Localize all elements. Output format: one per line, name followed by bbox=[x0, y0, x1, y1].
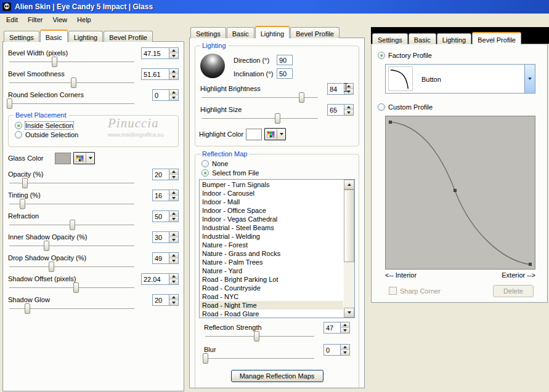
tab-settings[interactable]: Settings bbox=[190, 27, 226, 38]
spin-up-button[interactable] bbox=[341, 322, 349, 328]
drop-shadow-opacity-value[interactable]: 49 bbox=[152, 252, 169, 264]
slider-thumb[interactable] bbox=[22, 178, 28, 188]
inner-shadow-opacity-slider[interactable] bbox=[8, 241, 136, 252]
round-selection-corners-slider[interactable] bbox=[8, 98, 136, 110]
reflection-list-item[interactable]: Industrial - Steel Beams bbox=[200, 223, 343, 232]
reflection-strength-spinner[interactable]: 47 bbox=[323, 322, 350, 334]
bevel-smoothness-value[interactable]: 51.61 bbox=[141, 68, 169, 80]
shadow-offset-spinner[interactable]: 22.04 bbox=[141, 273, 179, 285]
highlight-brightness-value[interactable]: 84 bbox=[327, 83, 344, 95]
glass-color-swatch[interactable] bbox=[55, 153, 71, 164]
spin-up-button[interactable] bbox=[341, 345, 349, 350]
tab-bevel-profile[interactable]: Bevel Profile bbox=[104, 31, 153, 42]
menu-view[interactable]: View bbox=[47, 14, 72, 25]
highlight-size-spinner[interactable]: 65 bbox=[327, 104, 354, 116]
tinting-value[interactable]: 16 bbox=[152, 190, 169, 201]
spin-up-button[interactable] bbox=[169, 169, 178, 175]
highlight-size-value[interactable]: 65 bbox=[327, 104, 344, 116]
reflection-list-item[interactable]: Indoor - Carousel bbox=[200, 189, 343, 198]
slider-thumb[interactable] bbox=[44, 241, 49, 251]
radio-factory-profile[interactable]: Factory Profile bbox=[378, 52, 547, 59]
opacity-spinner[interactable]: 20 bbox=[152, 169, 179, 180]
spin-down-button[interactable] bbox=[169, 74, 178, 79]
slider-thumb[interactable] bbox=[20, 199, 25, 209]
tab-settings[interactable]: Settings bbox=[372, 33, 408, 44]
reflection-strength-value[interactable]: 47 bbox=[323, 322, 341, 334]
tinting-slider[interactable] bbox=[8, 199, 136, 210]
spin-down-button[interactable] bbox=[341, 350, 349, 355]
spin-down-button[interactable] bbox=[341, 328, 349, 333]
reflection-list-item[interactable]: Nature - Grass and Rocks bbox=[200, 249, 343, 258]
slider-thumb[interactable] bbox=[7, 98, 12, 109]
shadow-glow-slider[interactable] bbox=[8, 303, 136, 314]
blur-value[interactable]: 0 bbox=[323, 344, 341, 356]
lighting-sphere[interactable] bbox=[200, 54, 225, 78]
reflection-list-item[interactable]: Indoor - Office Space bbox=[200, 206, 343, 215]
spin-down-button[interactable] bbox=[169, 238, 178, 242]
tab-bevel-profile[interactable]: Bevel Profile bbox=[290, 27, 340, 38]
bevel-profile-editor[interactable] bbox=[385, 116, 535, 270]
spin-up-button[interactable] bbox=[169, 90, 178, 95]
glass-color-dropdown-button[interactable] bbox=[73, 152, 95, 164]
spin-down-button[interactable] bbox=[169, 196, 178, 201]
blur-spinner[interactable]: 0 bbox=[323, 344, 350, 356]
spin-up-button[interactable] bbox=[169, 48, 178, 54]
spin-up-button[interactable] bbox=[169, 295, 178, 300]
slider-thumb[interactable] bbox=[52, 57, 57, 67]
inclination-input[interactable]: 50 bbox=[277, 68, 293, 79]
curve-handle[interactable] bbox=[389, 121, 392, 124]
round-selection-corners-spinner[interactable]: 0 bbox=[152, 89, 179, 101]
spin-up-button[interactable] bbox=[169, 232, 178, 238]
spin-down-button[interactable] bbox=[169, 95, 178, 100]
highlight-brightness-slider[interactable] bbox=[200, 92, 319, 103]
reflection-list-item[interactable]: Nature - Forest bbox=[200, 241, 343, 249]
highlight-brightness-spinner[interactable]: 84 bbox=[327, 83, 354, 95]
reflection-list[interactable]: Bumper - Turn Signals Indoor - Carousel … bbox=[199, 179, 355, 318]
reflection-strength-slider[interactable] bbox=[204, 331, 315, 342]
spin-down-button[interactable] bbox=[344, 110, 353, 115]
blur-slider[interactable] bbox=[204, 353, 315, 364]
profile-combobox[interactable]: Button bbox=[385, 64, 535, 94]
menu-edit[interactable]: Edit bbox=[1, 14, 23, 25]
tab-lighting[interactable]: Lighting bbox=[255, 26, 290, 38]
spin-up-button[interactable] bbox=[169, 274, 178, 279]
bevel-width-slider[interactable] bbox=[8, 57, 136, 68]
spin-up-button[interactable] bbox=[169, 253, 178, 258]
refraction-slider[interactable] bbox=[8, 220, 136, 231]
shadow-offset-value[interactable]: 22.04 bbox=[141, 273, 169, 285]
sharp-corner-checkbox[interactable]: Sharp Corner bbox=[389, 285, 441, 295]
spin-down-button[interactable] bbox=[169, 217, 178, 222]
menu-help[interactable]: Help bbox=[72, 14, 96, 25]
reflection-list-item[interactable]: Road - NYC bbox=[200, 292, 343, 301]
spin-down-button[interactable] bbox=[169, 54, 178, 58]
spin-down-button[interactable] bbox=[169, 258, 178, 263]
slider-thumb[interactable] bbox=[49, 262, 54, 272]
scrollbar-thumb[interactable] bbox=[344, 190, 354, 262]
spin-up-button[interactable] bbox=[344, 105, 353, 110]
scroll-down-button[interactable] bbox=[344, 308, 354, 318]
curve-handle[interactable] bbox=[453, 189, 457, 192]
radio-none[interactable]: None bbox=[201, 160, 359, 167]
slider-thumb[interactable] bbox=[254, 331, 259, 342]
reflection-list-item[interactable]: Indoor - Vegas Cathedral bbox=[200, 215, 343, 223]
tinting-spinner[interactable]: 16 bbox=[152, 190, 179, 201]
inner-shadow-opacity-value[interactable]: 30 bbox=[152, 231, 169, 243]
shadow-glow-value[interactable]: 20 bbox=[152, 294, 169, 306]
round-selection-corners-value[interactable]: 0 bbox=[152, 89, 169, 101]
spin-up-button[interactable] bbox=[169, 69, 178, 74]
highlight-color-swatch[interactable] bbox=[246, 129, 262, 140]
reflection-list-item[interactable]: Nature - Palm Trees bbox=[200, 258, 343, 266]
highlight-color-dropdown-button[interactable] bbox=[264, 128, 286, 140]
drop-shadow-opacity-spinner[interactable]: 49 bbox=[152, 252, 179, 264]
reflection-list-item[interactable]: Bumper - Turn Signals bbox=[200, 180, 343, 189]
spin-up-button[interactable] bbox=[169, 190, 178, 196]
tab-basic[interactable]: Basic bbox=[409, 33, 436, 44]
refraction-spinner[interactable]: 50 bbox=[152, 210, 179, 222]
tab-lighting[interactable]: Lighting bbox=[68, 31, 104, 42]
reflection-list-item[interactable]: Industrial - Welding bbox=[200, 232, 343, 241]
slider-thumb[interactable] bbox=[299, 92, 304, 103]
slider-thumb[interactable] bbox=[275, 113, 280, 124]
inner-shadow-opacity-spinner[interactable]: 30 bbox=[152, 231, 179, 243]
direction-input[interactable]: 90 bbox=[277, 55, 293, 65]
bevel-smoothness-slider[interactable] bbox=[8, 78, 136, 89]
